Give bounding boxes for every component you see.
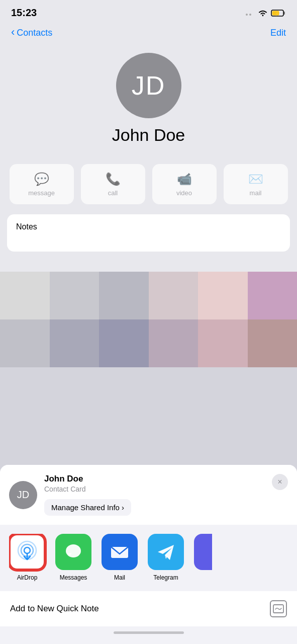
svg-point-8: [24, 547, 30, 553]
color-grid: [0, 272, 297, 367]
svg-point-0: [246, 14, 248, 16]
message-label: message: [28, 189, 55, 197]
svg-text:⚡: ⚡: [275, 11, 280, 16]
telegram-icon: [148, 534, 184, 570]
messages-svg: [63, 541, 84, 562]
svg-rect-3: [283, 12, 285, 15]
quick-note-svg: [273, 604, 284, 613]
notes-label: Notes: [16, 222, 37, 231]
manage-shared-info-label: Manage Shared Info: [51, 503, 120, 512]
airdrop-label: AirDrop: [17, 574, 38, 581]
color-cell: [0, 272, 50, 319]
messages-icon: [55, 534, 91, 570]
edit-button[interactable]: Edit: [270, 28, 286, 38]
card-name: John Doe: [44, 474, 131, 484]
svg-point-10: [66, 544, 81, 557]
card-avatar: JD: [9, 481, 37, 509]
color-cell: [248, 272, 298, 319]
color-cell: [149, 319, 199, 367]
battery-icon: ⚡: [271, 9, 286, 17]
call-icon: 📞: [106, 172, 121, 186]
card-avatar-initials: JD: [17, 489, 29, 501]
wifi-icon: [258, 10, 268, 17]
telegram-app-item[interactable]: Telegram: [148, 534, 184, 581]
apps-row: AirDrop Messages: [9, 534, 288, 581]
close-icon: ×: [277, 478, 282, 486]
chevron-left-icon: ‹: [11, 26, 15, 39]
mail-button[interactable]: ✉️ mail: [224, 164, 288, 204]
message-icon: 💬: [34, 172, 49, 186]
video-label: video: [176, 189, 192, 197]
chevron-right-icon: ›: [122, 503, 124, 512]
video-icon: 📹: [177, 172, 192, 186]
mail-app-item[interactable]: Mail: [102, 534, 138, 581]
messages-label: Messages: [60, 574, 87, 581]
avatar-initials: JD: [132, 70, 166, 101]
airdrop-svg: [16, 540, 39, 564]
partial-app-item[interactable]: [194, 534, 212, 574]
color-cell: [149, 272, 199, 319]
back-label: Contacts: [17, 28, 52, 38]
mail-label: Mail: [114, 574, 125, 581]
quick-note-label: Add to New Quick Note: [10, 604, 99, 614]
telegram-svg: [155, 541, 177, 563]
manage-shared-info-button[interactable]: Manage Shared Info ›: [44, 499, 131, 516]
contact-name: John Doe: [112, 125, 185, 145]
notes-section: Notes: [7, 214, 290, 252]
status-bar: 15:23 ⚡: [0, 0, 297, 23]
color-cell: [248, 319, 298, 367]
color-cell: [50, 272, 100, 319]
video-button[interactable]: 📹 video: [152, 164, 217, 204]
telegram-label: Telegram: [153, 574, 178, 581]
nav-bar: ‹ Contacts Edit: [0, 23, 297, 45]
message-button[interactable]: 💬 message: [10, 164, 74, 204]
contact-card-row: JD John Doe Contact Card Manage Shared I…: [0, 465, 297, 525]
quick-note-row[interactable]: Add to New Quick Note: [0, 591, 297, 626]
avatar: JD: [116, 53, 181, 118]
mail-icon: ✉️: [248, 172, 263, 186]
airdrop-app-item[interactable]: AirDrop: [9, 534, 45, 581]
status-time: 15:23: [11, 7, 37, 19]
mail-svg: [108, 540, 131, 564]
action-buttons: 💬 message 📞 call 📹 video ✉️ mail: [0, 164, 297, 214]
color-cell: [198, 319, 248, 367]
share-sheet: JD John Doe Contact Card Manage Shared I…: [0, 465, 297, 644]
partial-icon: [194, 534, 212, 570]
messages-app-item[interactable]: Messages: [55, 534, 91, 581]
quick-note-icon: [270, 600, 287, 617]
contact-area: JD John Doe: [0, 45, 297, 164]
call-label: call: [108, 189, 118, 197]
color-cell: [198, 272, 248, 319]
color-cell: [99, 319, 149, 367]
contact-card-left: JD John Doe Contact Card Manage Shared I…: [9, 474, 131, 516]
status-icons: ⚡: [246, 9, 286, 17]
home-bar: [114, 631, 184, 634]
back-button[interactable]: ‹ Contacts: [11, 27, 52, 39]
signal-icon: [246, 10, 255, 16]
mail-label: mail: [250, 189, 262, 197]
color-cell: [99, 272, 149, 319]
svg-point-1: [249, 14, 251, 16]
call-button[interactable]: 📞 call: [81, 164, 145, 204]
color-cell: [50, 319, 100, 367]
card-info: John Doe Contact Card Manage Shared Info…: [44, 474, 131, 516]
color-cell: [0, 319, 50, 367]
home-indicator: [0, 626, 297, 644]
mail-app-icon: [102, 534, 138, 570]
card-subtitle: Contact Card: [44, 485, 131, 493]
airdrop-icon: [9, 534, 45, 570]
apps-section: AirDrop Messages: [0, 525, 297, 587]
close-button[interactable]: ×: [272, 474, 288, 490]
